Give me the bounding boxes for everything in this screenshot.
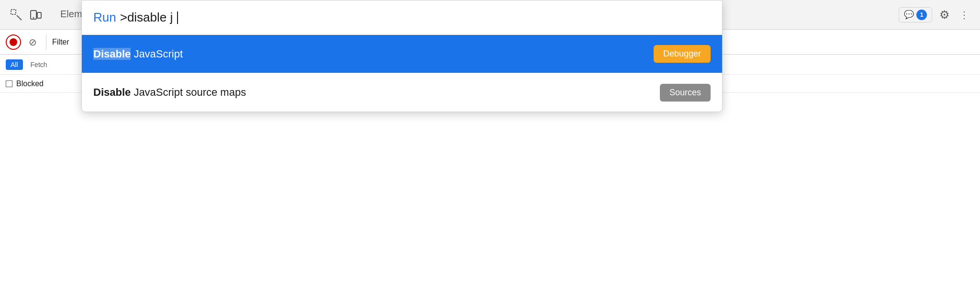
cursor [177, 11, 178, 24]
command-input-row: Run >disable j [82, 0, 722, 35]
tab-icons [4, 8, 48, 22]
svg-point-3 [33, 17, 34, 18]
select-icon[interactable] [10, 8, 23, 22]
svg-rect-2 [37, 12, 41, 18]
result-rest-2: JavaScript source maps [131, 86, 246, 98]
result-rest-1: JavaScript [131, 48, 183, 60]
toolbar-divider [46, 34, 46, 50]
result-text-1: Disable JavaScript [93, 48, 654, 60]
filter-all[interactable]: All [6, 59, 23, 70]
svg-rect-0 [11, 10, 16, 14]
blocked-label: Blocked [16, 80, 44, 88]
command-results: Disable JavaScript Debugger Disable Java… [82, 35, 722, 112]
result-badge-debugger: Debugger [654, 45, 711, 63]
command-result-2[interactable]: Disable JavaScript source maps Sources [82, 73, 722, 112]
clear-icon: ⊘ [29, 36, 37, 48]
command-input-text[interactable]: >disable j [120, 10, 173, 25]
device-icon[interactable] [29, 8, 42, 22]
command-palette-overlay: Run >disable j Disable JavaScript Debugg… [81, 0, 980, 284]
result-highlight-2: Disable [93, 86, 131, 98]
record-button[interactable] [6, 34, 21, 50]
clear-button[interactable]: ⊘ [25, 34, 40, 50]
result-badge-sources: Sources [660, 84, 711, 102]
command-result-1[interactable]: Disable JavaScript Debugger [82, 35, 722, 73]
devtools-window: Elements Network Console Sources Perform… [0, 0, 980, 284]
run-label: Run [93, 10, 116, 25]
filter-fetch[interactable]: Fetch [26, 59, 52, 70]
filter-label: Filter [52, 38, 69, 46]
record-inner [10, 38, 17, 46]
blocked-checkbox[interactable] [6, 80, 12, 87]
result-text-2: Disable JavaScript source maps [93, 86, 660, 99]
command-palette[interactable]: Run >disable j Disable JavaScript Debugg… [81, 0, 723, 112]
result-highlight-1: Disable [93, 48, 131, 60]
